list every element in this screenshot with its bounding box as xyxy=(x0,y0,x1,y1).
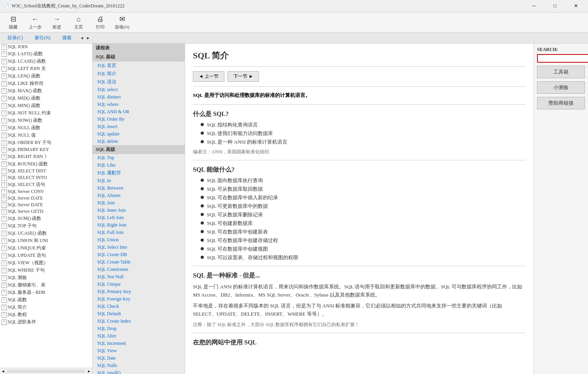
nav-item[interactable]: SQL where xyxy=(93,101,185,108)
sidebar-item[interactable]: ?SQL SELECT DIST xyxy=(0,168,92,174)
toolbox-btn[interactable]: 工具箱 xyxy=(537,66,585,78)
minimize-btn[interactable]: ─ xyxy=(525,0,543,12)
nav-item[interactable]: SQL distinct xyxy=(93,93,185,101)
nav-item[interactable]: SQL 首页 xyxy=(93,61,185,70)
sidebar-item[interactable]: ?SQL ROUND() 函数 xyxy=(0,160,92,168)
nav-item[interactable]: SQL update xyxy=(93,130,185,138)
sidebar-list[interactable]: ?SQL JOIN?SQL LAST() 函数?SQL LCASE() 函数?S… xyxy=(0,44,92,368)
sidebar-item[interactable]: ?SQL 教程 xyxy=(0,311,92,318)
sidebar-item[interactable]: ?SQL SELECT 语句 xyxy=(0,181,92,188)
home-btn[interactable]: ⌂ 主页 xyxy=(68,14,89,32)
nav-item[interactable]: SQL Check xyxy=(93,303,185,310)
nav-item[interactable]: SQL Inner Join xyxy=(93,207,185,214)
close-btn[interactable]: ✕ xyxy=(567,0,585,12)
nav-item[interactable]: SQL Foreign Key xyxy=(93,295,185,303)
scroll-right-btn[interactable]: ► xyxy=(86,368,92,374)
sidebar-item[interactable]: ?SQL UPDATE 语句 xyxy=(0,252,92,259)
nav-item[interactable]: SQL Create DB xyxy=(93,251,185,258)
sidebar-item[interactable]: ?SQL UCASE() 函数 xyxy=(0,230,92,237)
nav-item[interactable]: SQL Nulls xyxy=(93,362,185,369)
tab-index[interactable]: 索引(N) xyxy=(30,33,55,43)
nav-item[interactable]: SQL 语法 xyxy=(93,78,185,86)
search-input[interactable] xyxy=(537,54,588,63)
horizontal-scrollbar[interactable]: ◄ ► xyxy=(0,368,92,374)
sidebar-item[interactable]: ?SQL NOW() 函数 xyxy=(0,117,92,124)
sidebar-item[interactable]: ?SQL MAX() 函数 xyxy=(0,87,92,95)
sidebar-item[interactable]: ?SQL RIGHT JOIN 》 xyxy=(0,153,92,160)
sidebar-item[interactable]: ?SQL JOIN xyxy=(0,44,92,50)
nav-item[interactable]: SQL select xyxy=(93,86,185,93)
sponsor-btn[interactable]: 赞助商链接 xyxy=(537,97,585,109)
sidebar-item[interactable]: ?SQL UNION 和 UNI xyxy=(0,237,92,244)
nav-item[interactable]: SQL Create Index xyxy=(93,318,185,325)
prev-section-btn[interactable]: ◄ 上一节 xyxy=(193,71,224,82)
nav-item[interactable]: SQL 简介 xyxy=(93,70,185,78)
nav-item[interactable]: SQL Order By xyxy=(93,116,185,123)
sidebar-item[interactable]: ?SQL NULL 函数 xyxy=(0,124,92,132)
nav-item[interactable]: SQL In xyxy=(93,177,185,184)
sidebar-item[interactable]: ?SQL 进阶条件 xyxy=(0,318,92,326)
sidebar-item[interactable]: ?SQL MID() 函数 xyxy=(0,95,92,102)
nav-item[interactable]: SQL Constraints xyxy=(93,266,185,273)
next-section-btn[interactable]: 下一节 ► xyxy=(228,71,259,82)
tab-search[interactable]: 搜索 xyxy=(58,33,76,43)
nav-item[interactable]: SQL Select Into xyxy=(93,244,185,251)
print-btn[interactable]: 🖨 打印 xyxy=(90,14,110,32)
nav-item[interactable]: SQL Create Table xyxy=(93,258,185,266)
nav-item[interactable]: SQL Not Null xyxy=(93,273,185,281)
sidebar-item[interactable]: ?SQL 服务器 - RDB xyxy=(0,289,92,296)
sidebar-item[interactable]: ?SQL Server DATE xyxy=(0,195,92,202)
nav-item[interactable]: SQL Primary Key xyxy=(93,288,185,295)
sidebar-item[interactable]: ?SQL 测验 xyxy=(0,274,92,281)
sidebar-item[interactable]: ?SQL SELECT INTO xyxy=(0,174,92,181)
nav-item[interactable]: SQL insert xyxy=(93,123,185,130)
tab-next-btn[interactable]: ► xyxy=(85,35,91,41)
nav-item[interactable]: SQL Aliases xyxy=(93,192,185,199)
nav-item[interactable]: SQL Increment xyxy=(93,340,185,347)
quiz-btn[interactable]: 小测验 xyxy=(537,81,585,94)
nav-item[interactable]: SQL Right Join xyxy=(93,221,185,229)
sidebar-item[interactable]: ?SQL Server DATE xyxy=(0,202,92,208)
nav-item[interactable]: SQL Left Join xyxy=(93,214,185,221)
tab-prev-btn[interactable]: ◄ xyxy=(79,35,85,41)
nav-item[interactable]: SQL delete xyxy=(93,138,185,145)
sidebar-item[interactable]: ?SQL ORDER BY 子句 xyxy=(0,139,92,146)
sidebar-item[interactable]: ?SQL NOT NULL 约束 xyxy=(0,109,92,117)
sidebar-item[interactable]: ?SQL PRIMARY KEY xyxy=(0,146,92,153)
sidebar-item[interactable]: ?SQL 函数 xyxy=(0,296,92,304)
nav-item[interactable]: SQL Top xyxy=(93,154,185,162)
sidebar-item[interactable]: ?SQL Server CONV xyxy=(0,188,92,195)
sidebar-item[interactable]: ?SQL NULL 值 xyxy=(0,132,92,139)
nav-item[interactable]: SQL AND & OR xyxy=(93,108,185,116)
nav-item[interactable]: SQL Like xyxy=(93,162,185,169)
sidebar-item[interactable]: ?SQL LIKE 操作符 xyxy=(0,80,92,87)
back-btn[interactable]: ← 上一步 xyxy=(25,14,45,32)
sidebar-item[interactable]: ?SQL LEFT JOIN 关 xyxy=(0,65,92,72)
sidebar-item[interactable]: ?SQL TOP 子句 xyxy=(0,222,92,230)
nav-item[interactable]: SQL View xyxy=(93,347,185,355)
nav-item[interactable]: SQL Drop xyxy=(93,325,185,332)
sidebar-item[interactable]: ?SQL MIN() 函数 xyxy=(0,102,92,109)
sidebar-item[interactable]: ?SQL Server GETD xyxy=(0,208,92,215)
nav-item[interactable]: SQL Date xyxy=(93,355,185,362)
sidebar-item[interactable]: ?SQL SUM() 函数 xyxy=(0,215,92,222)
nav-item[interactable]: SQL Union xyxy=(93,236,185,244)
nav-item[interactable]: SQL 通配符 xyxy=(93,169,185,177)
nav-item[interactable]: SQL Alter xyxy=(93,332,185,340)
sidebar-item[interactable]: ?SQL 简介 xyxy=(0,304,92,311)
sidebar-item[interactable]: ?SQL VIEW（视图） xyxy=(0,259,92,267)
hide-btn[interactable]: ⊟ 隐藏 xyxy=(3,14,23,32)
forward-btn[interactable]: → 前进 xyxy=(47,14,67,32)
scroll-left-btn[interactable]: ◄ xyxy=(0,368,6,374)
sidebar-item[interactable]: ?SQL WHERE 子句 xyxy=(0,267,92,274)
sidebar-item[interactable]: ?SQL UNIQUE 约束 xyxy=(0,244,92,252)
nav-item[interactable]: SQL Default xyxy=(93,310,185,318)
sidebar-item[interactable]: ?SQL LEN() 函数 xyxy=(0,72,92,80)
nav-item[interactable]: SQL Between xyxy=(93,184,185,192)
nav-item[interactable]: SQL Full Join xyxy=(93,229,185,236)
nav-item[interactable]: SQL Unique xyxy=(93,281,185,288)
maximize-btn[interactable]: □ xyxy=(546,0,564,12)
sidebar-item[interactable]: ?SQL LAST() 函数 xyxy=(0,50,92,58)
nav-item[interactable]: SQL Join xyxy=(93,199,185,207)
sidebar-item[interactable]: ?SQL LCASE() 函数 xyxy=(0,58,92,65)
